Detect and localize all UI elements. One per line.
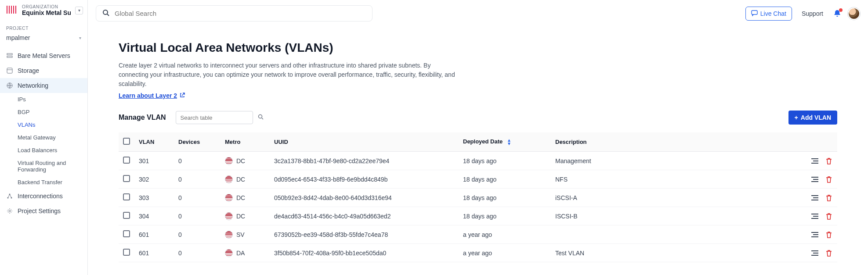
- col-header-vlan[interactable]: VLAN: [134, 132, 174, 152]
- row-checkbox[interactable]: [123, 249, 130, 256]
- row-checkbox[interactable]: [123, 212, 130, 219]
- cell-metro: DA: [225, 249, 265, 257]
- row-delete-button[interactable]: [825, 157, 833, 165]
- subnav-ips[interactable]: IPs: [0, 93, 87, 106]
- select-all-checkbox[interactable]: [123, 138, 130, 145]
- cell-metro: SV: [225, 231, 265, 239]
- subnav-bgp[interactable]: BGP: [0, 106, 87, 118]
- row-delete-button[interactable]: [825, 249, 833, 257]
- us-flag-icon: [225, 249, 233, 257]
- col-header-devices[interactable]: Devices: [174, 132, 221, 152]
- col-header-deployed-date[interactable]: Deployed Date ▲▼: [459, 132, 551, 152]
- nav-bare-metal-servers[interactable]: Bare Metal Servers: [0, 48, 87, 63]
- table-row[interactable]: 3010DC3c2a1378-8bb1-47bf-9e80-cd2a22ee79…: [119, 152, 837, 170]
- nav-label: Bare Metal Servers: [18, 52, 70, 59]
- svg-line-10: [107, 14, 109, 16]
- nav-label: Networking: [18, 82, 48, 89]
- row-checkbox[interactable]: [123, 157, 130, 164]
- learn-about-layer2-link[interactable]: Learn about Layer 2: [119, 92, 185, 99]
- subnav-metal-gateway[interactable]: Metal Gateway: [0, 131, 87, 144]
- row-details-button[interactable]: [811, 212, 819, 220]
- col-header-description[interactable]: Description: [551, 132, 802, 152]
- table-search[interactable]: [176, 111, 253, 124]
- cell-deployed: 18 days ago: [459, 170, 551, 189]
- notification-dot-icon: [839, 8, 843, 12]
- globe-icon: [6, 82, 13, 89]
- cell-vlan: 301: [134, 152, 174, 170]
- subnav-load-balancers[interactable]: Load Balancers: [0, 144, 87, 157]
- row-delete-button[interactable]: [825, 194, 833, 202]
- table-row[interactable]: 3030DC050b92e3-8d42-4dab-8e00-640d3d316e…: [119, 189, 837, 207]
- table-row[interactable]: 3020DC0d095ec4-6543-4f33-b8f9-6e9bdd4c84…: [119, 170, 837, 189]
- cell-vlan: 303: [134, 189, 174, 207]
- cell-metro: DC: [225, 175, 265, 183]
- nav-label: Storage: [18, 67, 39, 74]
- nav-project-settings[interactable]: Project Settings: [0, 204, 87, 218]
- org-selector[interactable]: ORGANIZATION Equinix Metal Succes ▾: [0, 0, 87, 20]
- row-checkbox[interactable]: [123, 175, 130, 182]
- global-search-input[interactable]: [115, 10, 366, 17]
- us-flag-icon: [225, 212, 233, 220]
- sort-icon: ▲▼: [507, 139, 511, 146]
- row-checkbox[interactable]: [123, 230, 130, 237]
- live-chat-label: Live Chat: [760, 10, 786, 17]
- servers-icon: [6, 53, 13, 59]
- notifications-button[interactable]: [833, 9, 842, 18]
- col-header-uuid[interactable]: UUID: [270, 132, 459, 152]
- chevron-down-icon: ▾: [79, 36, 81, 40]
- table-controls: Manage VLAN + Add VLAN: [119, 111, 837, 125]
- support-link[interactable]: Support: [798, 7, 827, 20]
- cell-metro: DC: [225, 212, 265, 220]
- project-name: mpalmer: [6, 34, 30, 41]
- page-title: Virtual Local Area Networks (VLANs): [119, 41, 837, 55]
- live-chat-button[interactable]: Live Chat: [745, 7, 792, 21]
- cell-description: Management: [551, 152, 802, 170]
- table-search-input[interactable]: [181, 114, 254, 121]
- project-selector[interactable]: mpalmer ▾: [0, 32, 87, 46]
- cell-devices: 0: [174, 225, 221, 244]
- cell-uuid: 050b92e3-8d42-4dab-8e00-640d3d316e94: [270, 189, 459, 207]
- add-vlan-label: Add VLAN: [801, 114, 831, 121]
- subnav-vlans[interactable]: VLANs: [0, 118, 87, 131]
- user-avatar[interactable]: [848, 7, 860, 20]
- svg-point-12: [258, 115, 262, 118]
- vlan-table: VLAN Devices Metro UUID Deployed Date ▲▼…: [119, 132, 837, 262]
- nav-interconnections[interactable]: Interconnections: [0, 189, 87, 204]
- svg-rect-1: [7, 56, 12, 57]
- nav-storage[interactable]: Storage: [0, 63, 87, 78]
- cell-vlan: 601: [134, 244, 174, 262]
- row-details-button[interactable]: [811, 175, 819, 183]
- row-details-button[interactable]: [811, 231, 819, 239]
- cell-devices: 0: [174, 207, 221, 225]
- svg-rect-11: [752, 11, 757, 14]
- cell-description: NFS: [551, 170, 802, 189]
- topbar: Live Chat Support: [88, 0, 868, 27]
- manage-vlan-label: Manage VLAN: [119, 114, 166, 121]
- row-delete-button[interactable]: [825, 175, 833, 183]
- cell-description: iSCSI-A: [551, 189, 802, 207]
- col-header-metro[interactable]: Metro: [221, 132, 270, 152]
- cell-devices: 0: [174, 244, 221, 262]
- project-section-label: PROJECT: [0, 20, 87, 32]
- org-label: ORGANIZATION: [22, 4, 71, 9]
- row-delete-button[interactable]: [825, 231, 833, 239]
- subnav-backend-transfer[interactable]: Backend Transfer: [0, 176, 87, 189]
- table-row[interactable]: 6010DA3f50b854-70f2-408a-95f0-bb1ece505d…: [119, 244, 837, 262]
- add-vlan-button[interactable]: + Add VLAN: [788, 111, 837, 125]
- row-details-button[interactable]: [811, 157, 819, 165]
- row-details-button[interactable]: [811, 194, 819, 202]
- row-checkbox[interactable]: [123, 193, 130, 200]
- page-description: Create layer 2 virtual networks to inter…: [119, 61, 461, 89]
- svg-point-9: [103, 10, 108, 14]
- global-search[interactable]: [96, 5, 373, 21]
- row-delete-button[interactable]: [825, 212, 833, 220]
- svg-point-8: [9, 210, 11, 212]
- subnav-vrf[interactable]: Virtual Routing and Forwarding: [0, 157, 87, 176]
- nav-networking[interactable]: Networking: [0, 78, 87, 93]
- org-dropdown-toggle[interactable]: ▾: [75, 7, 83, 14]
- main-area: Live Chat Support Virtual Local Area Net…: [88, 0, 868, 275]
- row-details-button[interactable]: [811, 249, 819, 257]
- table-row[interactable]: 3040DCde4acd63-4514-456c-b4c0-49a05d663e…: [119, 207, 837, 225]
- cell-uuid: de4acd63-4514-456c-b4c0-49a05d663ed2: [270, 207, 459, 225]
- table-row[interactable]: 6010SV6739052b-ee39-458d-8f3b-55fde7c4ea…: [119, 225, 837, 244]
